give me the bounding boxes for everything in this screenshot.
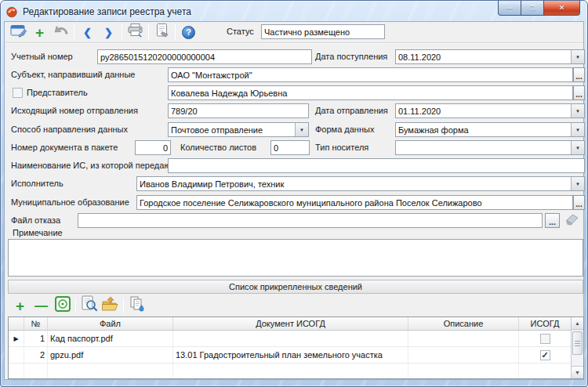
current-row-marker-icon: ▶ xyxy=(13,335,18,342)
copy-attachment-button[interactable] xyxy=(126,297,147,315)
uchetny-nomer-label: Учетный номер xyxy=(11,49,73,64)
municipalnoe-browse-button[interactable]: ... xyxy=(573,195,585,210)
primechanie-textarea[interactable] xyxy=(8,239,583,277)
report-button[interactable] xyxy=(151,24,172,42)
chevron-down-icon[interactable]: ▼ xyxy=(571,50,584,63)
scroll-down-icon: ▼ xyxy=(575,370,580,375)
chevron-down-icon[interactable]: ▼ xyxy=(571,177,584,190)
scroll-up-button[interactable]: ▲ xyxy=(572,317,583,330)
sposob-napravleniya-combo[interactable]: Почтовое отправление ▼ xyxy=(168,122,309,137)
isogd-checkbox[interactable]: ✓ xyxy=(540,350,550,360)
ellipsis-icon: ... xyxy=(575,200,582,209)
naimenovanie-is-input[interactable] xyxy=(168,158,585,173)
cell-file: Кад паспорт.pdf xyxy=(48,331,173,346)
chevron-left-icon: ❮ xyxy=(83,27,92,38)
forma-dannykh-combo[interactable]: Бумажная форма ▼ xyxy=(395,122,585,137)
minimize-button[interactable]: — xyxy=(498,1,521,16)
add-attachment-button[interactable]: + xyxy=(9,297,31,315)
help-button[interactable]: ? xyxy=(178,24,199,42)
attach-file-icon xyxy=(54,296,71,315)
header-file[interactable]: Файл xyxy=(48,317,173,330)
header-description[interactable]: Описание xyxy=(408,317,519,330)
toolbar-separator xyxy=(123,298,124,313)
subekt-input[interactable] xyxy=(168,67,573,82)
add-button[interactable]: + xyxy=(29,24,50,42)
table-row[interactable]: ▶ 1 Кад паспорт.pdf xyxy=(9,331,571,347)
sposob-napravleniya-label: Способ направления данных xyxy=(11,122,128,137)
previous-button[interactable]: ❮ xyxy=(77,24,98,42)
uchetny-nomer-input[interactable] xyxy=(97,49,312,64)
ispolnitel-label: Исполнитель xyxy=(11,176,64,191)
preview-attachment-button[interactable] xyxy=(78,297,100,315)
tip-nositelya-combo[interactable]: ▼ xyxy=(395,140,585,155)
ishodyashchiy-nomer-label: Исходящий номер отправления xyxy=(11,103,138,118)
fail-otkaza-browse-button[interactable]: ... xyxy=(545,213,560,228)
attach-file-button[interactable] xyxy=(52,297,73,315)
forma-dannykh-label: Форма данных xyxy=(315,122,374,137)
chevron-down-icon[interactable]: ▼ xyxy=(295,123,308,136)
remove-attachment-button[interactable]: — xyxy=(31,297,52,315)
status-label: Статус xyxy=(227,27,254,36)
cell-document-isogd: 13.01 Градостроительный план земельного … xyxy=(173,347,408,363)
municipalnoe-obrazovanie-input[interactable] xyxy=(136,195,573,210)
maximize-button[interactable]: ❐ xyxy=(521,1,544,16)
cell-number: 1 xyxy=(24,331,48,346)
header-number[interactable]: № xyxy=(24,317,48,330)
fail-otkaza-input[interactable] xyxy=(78,213,543,228)
add-icon: + xyxy=(16,298,24,313)
header-document-isogd[interactable]: Документ ИСОГД xyxy=(173,317,408,330)
chevron-down-icon[interactable]: ▼ xyxy=(571,104,584,118)
app-icon xyxy=(5,5,18,18)
help-icon: ? xyxy=(182,26,195,39)
nomer-dokumenta-input[interactable] xyxy=(135,140,171,155)
data-otpravleniya-label: Дата отправления xyxy=(315,103,388,118)
predstavitel-input[interactable] xyxy=(168,85,573,100)
save-button[interactable] xyxy=(8,24,29,42)
dialog-window: Редактирование записи реестра учета — ❐ … xyxy=(0,0,588,387)
undo-button[interactable] xyxy=(50,24,71,42)
scroll-down-button[interactable]: ▼ xyxy=(572,366,583,378)
data-postupleniya-label: Дата поступления xyxy=(315,49,387,64)
attachments-toolbar: + — xyxy=(5,295,583,316)
predstavitel-browse-button[interactable]: ... xyxy=(573,85,585,100)
ellipsis-icon: ... xyxy=(549,218,555,227)
next-button[interactable]: ❯ xyxy=(98,24,119,42)
cell-number: 2 xyxy=(24,347,48,363)
kolichestvo-listov-input[interactable] xyxy=(270,140,310,155)
scroll-up-icon: ▲ xyxy=(575,320,580,326)
open-folder-icon xyxy=(101,296,120,315)
toolbar-separator xyxy=(175,24,176,40)
cell-description xyxy=(408,347,519,363)
kolichestvo-listov-label: Количество листов xyxy=(180,140,256,155)
header-isogd[interactable]: ИСОГД xyxy=(519,317,571,330)
fail-otkaza-label: Файл отказа xyxy=(11,213,60,228)
fail-otkaza-clear-button[interactable] xyxy=(561,212,582,229)
attachments-table: № Файл Документ ИСОГД Описание ИСОГД ▶ 1… xyxy=(8,316,584,379)
data-postupleniya-combo[interactable]: 08.11.2020 ▼ xyxy=(395,49,585,64)
subekt-browse-button[interactable]: ... xyxy=(573,67,585,82)
report-icon xyxy=(154,23,170,42)
chevron-down-icon[interactable]: ▼ xyxy=(571,141,584,154)
tip-nositelya-label: Тип носителя xyxy=(315,140,368,155)
close-icon: ✕ xyxy=(559,4,565,12)
predstavitel-checkbox[interactable] xyxy=(13,88,23,98)
status-field[interactable] xyxy=(261,24,385,39)
table-scrollbar[interactable]: ▲ ▼ xyxy=(571,317,583,378)
open-attachment-button[interactable] xyxy=(100,297,121,315)
nomer-dokumenta-label: Номер документа в пакете xyxy=(11,140,118,155)
undo-icon xyxy=(53,23,70,42)
print-button[interactable] xyxy=(125,24,146,42)
data-otpravleniya-combo[interactable]: 01.11.2020 ▼ xyxy=(395,103,585,118)
scrollbar-thumb[interactable] xyxy=(572,331,583,355)
isogd-checkbox[interactable] xyxy=(540,334,550,344)
subekt-label: Субъект, направивший данные xyxy=(11,67,135,82)
close-button[interactable]: ✕ xyxy=(544,1,580,16)
chevron-down-icon[interactable]: ▼ xyxy=(571,123,584,136)
table-row[interactable]: 2 gpzu.pdf 13.01 Градостроительный план … xyxy=(9,347,571,363)
print-icon xyxy=(126,23,145,42)
primechanie-label: Примечание xyxy=(13,227,63,238)
cell-file: gpzu.pdf xyxy=(48,347,173,363)
ishodyashchiy-nomer-input[interactable] xyxy=(168,103,309,118)
toolbar-separator xyxy=(75,298,76,313)
ispolnitel-combo[interactable]: Иванов Владимир Петрович, техник ▼ xyxy=(136,176,585,191)
